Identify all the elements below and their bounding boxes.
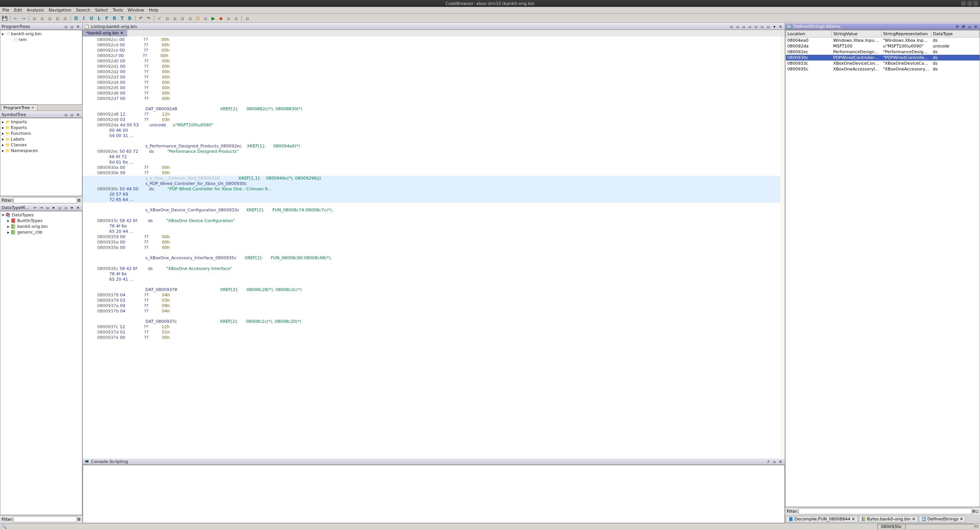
strings-filter-input[interactable] [799,508,972,514]
close-icon[interactable]: ✕ [851,517,855,522]
maximize-button[interactable] [967,1,972,6]
panel-icon[interactable]: ▫ [766,24,771,29]
panel-close-icon[interactable]: ✕ [75,112,81,117]
forward-icon[interactable]: → [20,15,26,21]
tree-exports[interactable]: ▸ Exports [1,125,81,131]
t4-icon[interactable]: ▫ [180,15,186,21]
t3-icon[interactable]: ▫ [172,15,178,21]
tree-functions[interactable]: ▸ Functions [1,131,81,136]
tree-child-ram[interactable]: ram [1,37,81,43]
tree-bank0[interactable]: ▸ 📗bank0-orig.bin [1,224,81,229]
l-icon[interactable]: L [96,15,102,21]
tab-strings[interactable]: 🔤DefinedStrings ✕ [919,516,966,522]
filter-icon[interactable]: ⚙ [972,509,976,514]
close-button[interactable] [973,1,978,6]
panel-icon[interactable]: ▫ [747,24,753,29]
u-icon[interactable]: U [88,15,95,21]
g-icon[interactable]: G [195,15,201,21]
listing-view[interactable]: 080092cc 00 ?? 00h 080092cd 00 ?? 00h 08… [83,36,785,458]
redo-icon[interactable]: ▫ [39,15,45,21]
col-location[interactable]: Location [786,31,832,38]
minimize-button[interactable] [961,1,966,6]
f-icon[interactable]: F [104,15,110,21]
save-icon[interactable]: 💾 [2,15,8,21]
t7-icon[interactable]: ▫ [225,15,232,21]
symboltree-filter-input[interactable] [13,197,77,203]
t9-icon[interactable]: ▫ [244,15,250,21]
panel-close-icon[interactable]: ✕ [75,205,81,210]
table-row[interactable]: 0800933cXBoxOneDeviceConfiguration"XBoxO… [786,61,980,66]
panel-icon[interactable]: ⚙ [961,24,966,29]
menu-select[interactable]: Select [95,8,108,13]
table-row[interactable]: 080092ecPerformanceDesignedProducts"Perf… [786,49,980,55]
panel-icon[interactable]: ▫ [69,112,75,117]
menu-tools[interactable]: Tools [113,8,123,13]
panel-icon[interactable]: ▫ [63,112,69,117]
t-icon[interactable]: T [119,15,125,21]
panel-close-icon[interactable]: ✕ [778,24,783,29]
panel-icon[interactable]: ▾ [772,24,777,29]
close-icon[interactable]: ✕ [960,517,963,522]
menu-window[interactable]: Window [127,8,144,13]
tree-datatypes[interactable]: ▾ 📚DataTypes [1,212,81,218]
menu-analysis[interactable]: Analysis [27,8,44,13]
b-icon[interactable]: B [127,15,133,21]
tree-root[interactable]: ▸ bank0-orig.bin [1,31,81,37]
panel-icon[interactable]: ▫ [729,24,734,29]
panel-icon[interactable]: ▫ [63,24,69,29]
col-datatype[interactable]: DataType [931,31,980,38]
console-body[interactable] [83,465,785,523]
panel-icon[interactable]: ▾ [69,205,75,210]
table-row[interactable]: 0800935cXBoxOneAccessoryInterface"XBoxOn… [786,66,980,72]
table-row[interactable]: 0800930cPDPWiredControllerforXboxOne..."… [786,55,980,61]
filter-icon[interactable]: ⚙ [77,198,81,203]
panel-close-icon[interactable]: ✕ [778,459,783,464]
panel-close-icon[interactable]: ✕ [75,24,81,29]
i-icon[interactable]: I [81,15,87,21]
menu-help[interactable]: Help [149,8,158,13]
strings-table[interactable]: Location StringValue StringRepresentatio… [786,30,980,72]
panel-icon[interactable]: ← [33,205,38,210]
tool-icon[interactable]: ▫ [54,15,60,21]
col-stringrep[interactable]: StringRepresentation [882,31,931,38]
menu-navigation[interactable]: Navigation [49,8,71,13]
undo2-icon[interactable]: ↶ [138,15,144,21]
filter-icon[interactable]: ▫ [976,509,978,514]
tree-namespaces[interactable]: ▸ Namespaces [1,148,81,154]
filter-icon[interactable]: ⚙ [77,517,81,522]
tree-generic[interactable]: ▸ 📗generic_clib [1,229,81,235]
panel-close-icon[interactable]: ✕ [973,24,978,29]
tool-icon[interactable]: ▫ [47,15,53,21]
t8-icon[interactable]: ▫ [233,15,239,21]
tree-builtin[interactable]: ▸ 📕BuiltInTypes [1,218,81,224]
d-icon[interactable]: D [73,15,79,21]
panel-icon[interactable]: ▫ [69,24,75,29]
tree-imports[interactable]: ▸ Imports [1,119,81,125]
panel-icon[interactable]: ▫ [753,24,759,29]
panel-icon[interactable]: ⚡ [766,459,771,464]
tab-decompile[interactable]: 📘Decompile:FUN_08008844 ✕ [786,516,858,522]
tab-bytes[interactable]: 📗Bytes:bank0-orig.bin ✕ [859,516,918,522]
run-icon[interactable]: ▶ [210,15,216,21]
undo-icon[interactable]: ▫ [31,15,38,21]
tree-classes[interactable]: ▸ Classes [1,142,81,148]
datatype-filter-input[interactable] [13,516,77,522]
programtree-tab[interactable]: ProgramTree✕ [1,105,38,111]
panel-icon[interactable]: ▫ [45,205,50,210]
panel-icon[interactable]: → [39,205,44,210]
panel-icon[interactable]: ▫ [760,24,765,29]
listing-tab[interactable]: *bank0-orig.bin✕ [83,30,127,36]
redo2-icon[interactable]: ↷ [145,15,152,21]
t5-icon[interactable]: ▫ [187,15,193,21]
menu-file[interactable]: File [2,8,9,13]
menu-edit[interactable]: Edit [14,8,22,13]
table-row[interactable]: 08004ea0Windows.Xbox.Input.Gamepad"Windo… [786,38,980,44]
panel-icon[interactable]: ▫ [63,205,69,210]
panel-icon[interactable]: ▫ [772,459,777,464]
close-icon[interactable]: ✕ [120,31,124,36]
table-row[interactable]: 080092daMSFT100u"MSFT100\u0090"unicode [786,43,980,49]
col-stringvalue[interactable]: StringValue [832,31,882,38]
close-icon[interactable]: ✕ [31,105,34,110]
check-icon[interactable]: ✓ [157,15,163,21]
panel-icon[interactable]: ▫ [741,24,746,29]
